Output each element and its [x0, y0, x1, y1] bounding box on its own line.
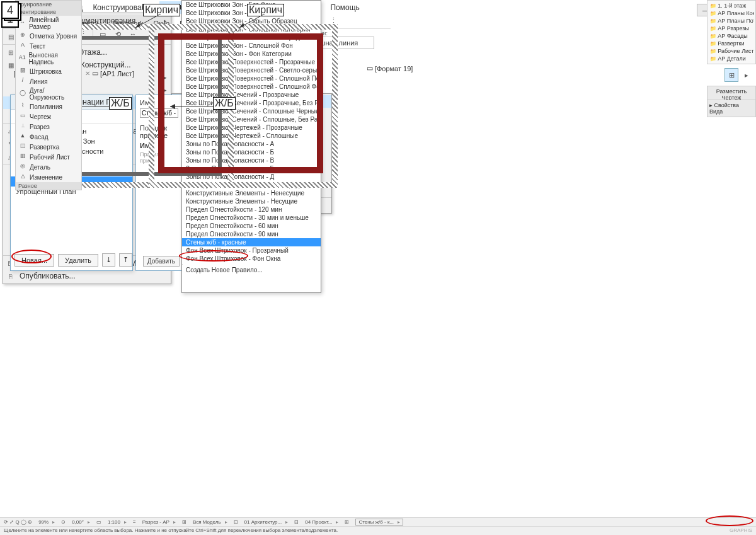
badge-4: 4 [1, 1, 19, 19]
svg-marker-8 [239, 23, 244, 28]
navigator-tree[interactable]: 1. 1-й этаж АР Планы Констр АР Планы Пот… [707, 0, 756, 64]
palette-tool[interactable]: ⟂Разрез [16, 122, 81, 132]
rule-option[interactable]: Фон Всех Штриховок - Фон Окна [182, 255, 321, 263]
palette-tool[interactable]: ⌇Полилиния [16, 101, 81, 112]
nav-item[interactable]: Рабочие Листы [709, 47, 754, 55]
brand-label: GRAPHIS [730, 527, 752, 533]
rule-option[interactable]: Предел Огнестойкости - 90 мин [182, 230, 321, 238]
nav-item[interactable]: АР Детали [709, 55, 754, 62]
rule-option[interactable]: Предел Огнестойкости - 120 мин [182, 205, 321, 214]
nav-item[interactable]: АР Планы Потол [709, 17, 754, 25]
palette-tool[interactable]: ◯Дуга/Окружность [16, 86, 81, 101]
palette-tool[interactable]: ▥Рабочий Лист [16, 152, 81, 162]
palette-tool[interactable]: AТекст [16, 41, 81, 51]
palette-head-2[interactable]: ментирование [16, 8, 81, 16]
zoom-value[interactable]: 99% [38, 519, 55, 525]
palette-tool[interactable]: ▭Чертеж [16, 112, 81, 122]
model-value[interactable]: Вся Модель [193, 519, 227, 525]
rule-option[interactable]: Стены ж/б - красные [182, 238, 321, 246]
status-hint: Щелкните на элементе или начертите облас… [4, 527, 338, 533]
rule-option[interactable]: Фон Всех Штриховок - Прозрачный [182, 246, 321, 255]
view-value[interactable]: Разрез - АР [142, 519, 176, 525]
status-bar-4: ⟳ ⤢ Q ◯ ⊕ 99% ⊙0,00° ▭1:100 ≡Разрез - АР… [0, 517, 756, 535]
new-button[interactable]: Новая... [14, 254, 54, 267]
plan-drawing-4: Кирпич Ж/Б [139, 15, 350, 201]
proj-value[interactable]: 04 Проект... [305, 519, 338, 525]
arch-value[interactable]: 01 Архитектур... [244, 519, 289, 525]
menu-help[interactable]: Помощь [325, 1, 364, 14]
view-props-header[interactable]: ▸ Свойства Вида [707, 100, 756, 117]
override-value[interactable]: Стены ж/б - к... [355, 519, 403, 526]
nav-item[interactable]: Развертки [709, 40, 754, 47]
svg-marker-10 [170, 104, 175, 109]
scale-value[interactable]: 1:100 [108, 519, 127, 525]
tool-palette: труирование ментирование ↔Линейный Разме… [15, 0, 82, 190]
panel-2: 2 Без имени - GRAPHISOFT ARCHICA — ☐ ✕ Д… [0, 282, 360, 535]
nav-item[interactable]: АР Планы Констр [709, 9, 754, 17]
rule-option[interactable]: Предел Огнестойкости - 30 мин и меньше [182, 214, 321, 222]
palette-tool[interactable]: A1Выносная Надпись [16, 51, 81, 66]
palette-tool[interactable]: △Изменение [16, 172, 81, 182]
nav-item[interactable]: 1. 1-й этаж [709, 2, 754, 9]
nav-icon[interactable]: ⊞ [724, 68, 738, 82]
palette-tool[interactable]: ↔Линейный Размер [16, 16, 81, 31]
add-button[interactable]: Добавить [143, 256, 180, 267]
palette-tool[interactable]: ▨Штриховка [16, 66, 81, 76]
palette-tool[interactable]: ◎Деталь [16, 162, 81, 172]
palette-head-1[interactable]: труирование [16, 1, 81, 8]
dialog-buttons: Новая... Удалить ⤓ ⤒ [14, 253, 129, 267]
rc-label: Ж/Б [109, 97, 132, 110]
palette-tool[interactable]: ▲Фасад [16, 132, 81, 142]
delete-button[interactable]: Удалить [58, 254, 98, 267]
rc-label: Ж/Б [213, 97, 236, 110]
palette-head-3[interactable]: Разное [16, 182, 81, 190]
import-button[interactable]: ⤒ [119, 253, 132, 267]
rule-option[interactable]: Создать Новое Правило... [182, 266, 321, 274]
palette-tool[interactable]: ⊕Отметка Уровня [16, 31, 81, 41]
doc-menu-item[interactable]: ⎘Опубликовать... [3, 270, 171, 282]
palette-tool[interactable]: /Линия [16, 76, 81, 86]
nav-icons: ⊞ ▸ [724, 68, 753, 82]
palette-tool[interactable]: ◫Развертка [16, 142, 81, 152]
nav-item[interactable]: АР Разрезы [709, 25, 754, 32]
nav-item[interactable]: АР Фасады [709, 32, 754, 40]
rule-option[interactable]: Предел Огнестойкости - 60 мин [182, 222, 321, 230]
tab-format19[interactable]: ▭[Формат 19] [363, 63, 416, 74]
nav-icon[interactable]: ▸ [740, 68, 753, 82]
export-button[interactable]: ⤓ [102, 253, 115, 267]
rotation-value[interactable]: 0,00° [72, 519, 90, 525]
